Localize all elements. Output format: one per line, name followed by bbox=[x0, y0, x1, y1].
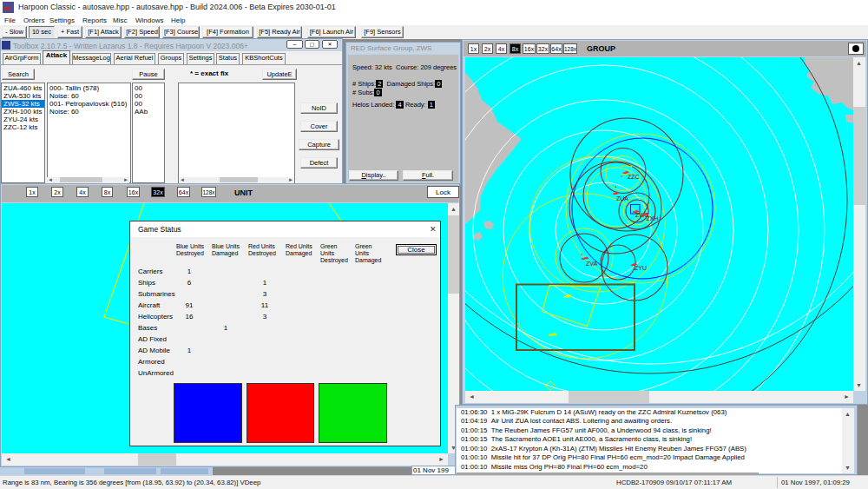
svg-text:ZZC: ZZC bbox=[628, 174, 640, 180]
svg-text:ZUA: ZUA bbox=[616, 195, 628, 202]
svg-text:ZYU: ZYU bbox=[635, 265, 647, 271]
svg-text:ZXH: ZXH bbox=[647, 215, 659, 221]
svg-text:ZVA: ZVA bbox=[586, 261, 597, 267]
